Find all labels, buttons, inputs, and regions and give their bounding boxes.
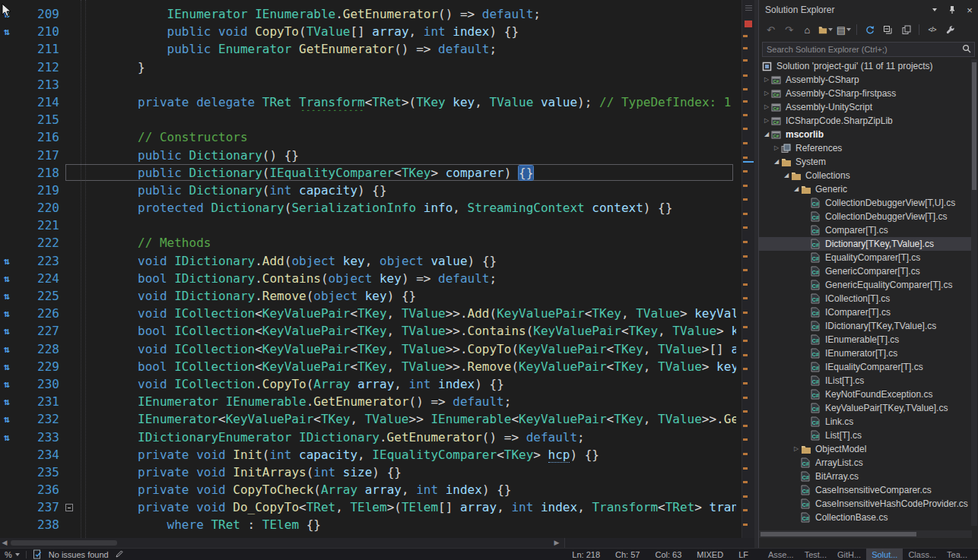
vscroll-thumb[interactable] (972, 62, 976, 190)
tree-item-idictionary-tkey-tvalue-cs[interactable]: C#IDictionary[TKey,TValue].cs (759, 319, 972, 333)
collapsed-arrow-icon[interactable]: ▷ (762, 114, 771, 128)
code-text[interactable]: public Dictionary(int capacity) {} (79, 182, 736, 199)
tree-item-solution-project-gui-11-of-11-projects-[interactable]: Solution 'project-gui' (11 of 11 project… (759, 59, 972, 73)
status-item-ch[interactable]: Ch: 57 (615, 550, 640, 559)
code-line-223[interactable]: ⇅223void IDictionary.Add(object key, obj… (0, 252, 754, 270)
code-text[interactable]: private delegate TRet Transform<TRet>(TK… (79, 93, 736, 111)
tree-item-genericequalitycomparer-t-cs[interactable]: C#GenericEqualityComparer[T].cs (759, 278, 972, 292)
code-line-209[interactable]: ⇅209IEnumerator IEnumerable.GetEnumerato… (0, 5, 754, 23)
code-line-215[interactable]: 215 (0, 111, 754, 128)
code-text[interactable]: // Methods (79, 234, 736, 252)
tree-item-generic[interactable]: ◢Generic (759, 182, 972, 196)
code-text[interactable]: IEnumerator IEnumerable.GetEnumerator() … (79, 393, 736, 410)
tree-item-collectiondebuggerview-t-cs[interactable]: C#CollectionDebuggerView[T].cs (759, 210, 972, 223)
tree-vertical-scrollbar[interactable] (971, 59, 977, 526)
code-text[interactable]: void ICollection<KeyValuePair<TKey, TVal… (79, 340, 736, 358)
code-text[interactable]: private void CopyToCheck(Array array, in… (79, 481, 736, 498)
tree-item-list-t-cs[interactable]: C#List[T].cs (759, 429, 972, 442)
collapsed-arrow-icon[interactable]: ▷ (762, 87, 771, 100)
tree-item-collectionbase-cs[interactable]: C#CollectionBase.cs (759, 511, 972, 524)
tree-item-assembly-csharp[interactable]: ▷C#Assembly-CSharp (759, 73, 972, 87)
code-text[interactable]: IEnumerator<KeyValuePair<TKey, TValue>> … (79, 410, 736, 428)
code-text[interactable] (79, 76, 736, 93)
collapsed-arrow-icon[interactable]: ▷ (762, 73, 771, 87)
code-text[interactable]: void ICollection.CopyTo(Array array, int… (79, 375, 736, 393)
code-text[interactable]: } (79, 59, 736, 76)
code-text[interactable]: private void Do_CopyTo<TRet, TElem>(TEle… (79, 498, 736, 516)
close-icon[interactable]: × (964, 5, 975, 15)
code-text[interactable]: protected Dictionary(SerializationInfo i… (79, 199, 736, 217)
code-line-220[interactable]: 220protected Dictionary(SerializationInf… (0, 199, 754, 217)
home-icon[interactable]: ⌂ (800, 23, 814, 37)
code-line-239[interactable]: 239private static KeyValuePair<TKey, TVa… (0, 534, 754, 538)
issues-check-icon[interactable] (33, 549, 43, 560)
tree-item-keyvaluepair-tkey-tvalue-cs[interactable]: C#KeyValuePair[TKey,TValue].cs (759, 401, 972, 415)
filter-icon[interactable]: ▤ (837, 23, 851, 37)
chevron-down-icon[interactable] (929, 5, 940, 15)
tree-item-comparer-t-cs[interactable]: C#Comparer[T].cs (759, 223, 972, 237)
code-view-icon[interactable]: </> (925, 23, 939, 37)
issues-message[interactable]: No issues found (49, 550, 109, 559)
status-item-lf[interactable]: LF (738, 550, 748, 559)
tree-item-icomparer-t-cs[interactable]: C#IComparer[T].cs (759, 305, 972, 319)
code-editor[interactable]: ⇅209IEnumerator IEnumerable.GetEnumerato… (0, 0, 754, 538)
show-all-files-icon[interactable] (899, 23, 913, 37)
code-text[interactable] (79, 217, 736, 234)
code-text[interactable]: IEnumerator IEnumerable.GetEnumerator() … (79, 5, 736, 23)
collapsed-arrow-icon[interactable]: ▷ (772, 141, 781, 155)
code-line-218[interactable]: 218public Dictionary(IEqualityComparer<T… (0, 164, 754, 182)
code-line-233[interactable]: ⇅233IDictionaryEnumerator IDictionary.Ge… (0, 429, 754, 446)
tree-item-genericcomparer-t-cs[interactable]: C#GenericComparer[T].cs (759, 264, 972, 278)
code-text[interactable]: public Dictionary() {} (79, 147, 736, 164)
code-line-212[interactable]: 212} (0, 59, 754, 76)
code-line-226[interactable]: ⇅226void ICollection<KeyValuePair<TKey, … (0, 305, 754, 322)
code-line-229[interactable]: ⇅229bool ICollection<KeyValuePair<TKey, … (0, 358, 754, 375)
tool-tab-solut[interactable]: Solut... (866, 549, 903, 560)
status-item-col[interactable]: Col: 63 (655, 550, 681, 559)
pin-icon[interactable] (947, 5, 957, 15)
pencil-icon[interactable] (115, 549, 124, 560)
search-input[interactable] (763, 45, 962, 54)
expanded-arrow-icon[interactable]: ◢ (792, 182, 801, 196)
code-line-225[interactable]: ⇅225void IDictionary.Remove(object key) … (0, 287, 754, 305)
tree-item-assembly-unityscript[interactable]: ▷C#Assembly-UnityScript (759, 100, 972, 114)
scroll-right-icon[interactable]: ▶ (552, 538, 561, 548)
code-line-237[interactable]: 237private void Do_CopyTo<TRet, TElem>(T… (0, 498, 754, 516)
wrench-icon[interactable] (943, 23, 957, 37)
tree-item-assembly-csharp-firstpass[interactable]: ▷C#Assembly-CSharp-firstpass (759, 87, 972, 100)
code-line-222[interactable]: 222// Methods (0, 234, 754, 252)
code-text[interactable]: bool ICollection<KeyValuePair<TKey, TVal… (79, 358, 736, 375)
code-text[interactable]: void IDictionary.Remove(object key) {} (79, 287, 736, 305)
tree-item-system[interactable]: ◢System (759, 155, 972, 169)
tree-item-arraylist-cs[interactable]: C#ArrayList.cs (759, 456, 972, 470)
tree-item-bitarray-cs[interactable]: C#BitArray.cs (759, 470, 972, 483)
editor-horizontal-scrollbar[interactable]: ◀ ▶ (0, 538, 754, 548)
code-text[interactable]: IDictionaryEnumerator IDictionary.GetEnu… (79, 429, 736, 446)
code-line-214[interactable]: 214private delegate TRet Transform<TRet>… (0, 93, 754, 111)
collapsed-arrow-icon[interactable]: ▷ (792, 442, 801, 456)
zoom-control[interactable]: % (5, 550, 20, 559)
tree-item-caseinsensitivecomparer-cs[interactable]: C#CaseInsensitiveComparer.cs (759, 483, 972, 497)
expanded-arrow-icon[interactable]: ◢ (782, 169, 791, 182)
tool-tab-asse[interactable]: Asse... (763, 549, 799, 560)
expanded-arrow-icon[interactable]: ◢ (772, 155, 781, 169)
scroll-left-icon[interactable]: ◀ (0, 538, 9, 548)
code-line-234[interactable]: 234private void Init(int capacity, IEqua… (0, 446, 754, 464)
code-text[interactable]: void IDictionary.Add(object key, object … (79, 252, 736, 270)
tree-item-equalitycomparer-t-cs[interactable]: C#EqualityComparer[T].cs (759, 251, 972, 264)
code-text[interactable]: private void Init(int capacity, IEqualit… (79, 446, 736, 464)
code-line-238[interactable]: 238where TRet : TElem {} (0, 516, 754, 533)
code-line-216[interactable]: 216// Constructors (0, 128, 754, 146)
collapsed-arrow-icon[interactable]: ▷ (762, 100, 771, 114)
code-line-236[interactable]: 236private void CopyToCheck(Array array,… (0, 481, 754, 498)
code-line-213[interactable]: 213 (0, 76, 754, 93)
solution-explorer-search[interactable] (762, 42, 975, 57)
code-line-217[interactable]: 217public Dictionary() {} (0, 147, 754, 164)
code-line-230[interactable]: ⇅230void ICollection.CopyTo(Array array,… (0, 375, 754, 393)
code-line-232[interactable]: ⇅232IEnumerator<KeyValuePair<TKey, TValu… (0, 410, 754, 428)
code-text[interactable]: private void InitArrays(int size) {} (79, 464, 736, 481)
code-line-231[interactable]: ⇅231IEnumerator IEnumerable.GetEnumerato… (0, 393, 754, 410)
status-item-mixed[interactable]: MIXED (697, 550, 723, 559)
tree-item-collections[interactable]: ◢Collections (759, 169, 972, 182)
forward-icon[interactable]: ↷ (782, 23, 796, 37)
